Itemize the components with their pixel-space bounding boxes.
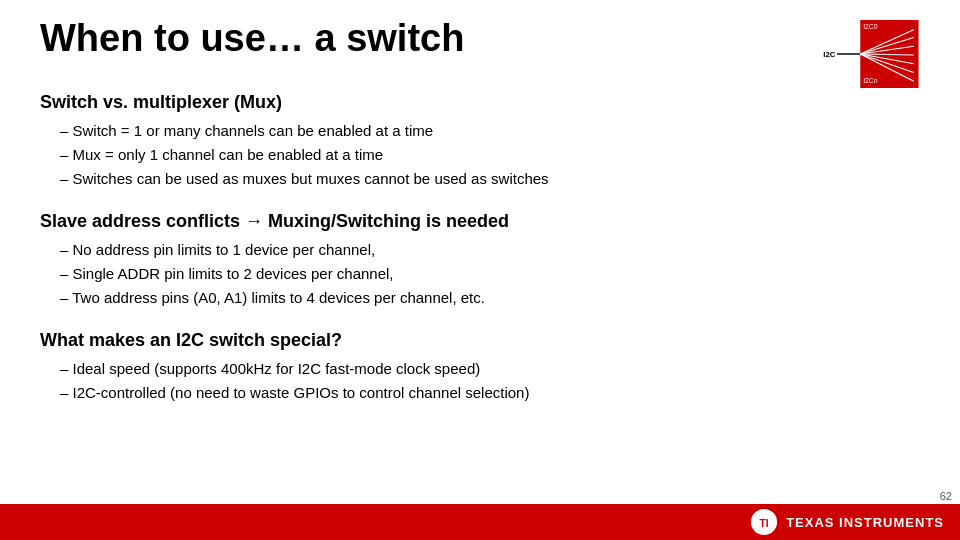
i2c-diagram: I2C I2C0 I2Cn <box>820 20 920 88</box>
svg-text:I2Cn: I2Cn <box>863 77 878 84</box>
bullet-item: Switch = 1 or many channels can be enabl… <box>60 119 920 143</box>
bullet-list-2: No address pin limits to 1 device per ch… <box>60 238 920 310</box>
section-what-makes-special: What makes an I2C switch special? Ideal … <box>40 330 920 405</box>
bullet-item: No address pin limits to 1 device per ch… <box>60 238 920 262</box>
bullet-item: Two address pins (A0, A1) limits to 4 de… <box>60 286 920 310</box>
footer-company-name: TEXAS INSTRUMENTS <box>786 515 944 530</box>
bullet-item: Single ADDR pin limits to 2 devices per … <box>60 262 920 286</box>
bullet-item: Ideal speed (supports 400kHz for I2C fas… <box>60 357 920 381</box>
section-switch-vs-mux: Switch vs. multiplexer (Mux) Switch = 1 … <box>40 92 920 191</box>
svg-text:TI: TI <box>760 518 769 529</box>
bullet-list-1: Switch = 1 or many channels can be enabl… <box>60 119 920 191</box>
ti-logo-icon: TI <box>750 508 778 536</box>
page-number: 62 <box>940 490 952 502</box>
section-heading-3: What makes an I2C switch special? <box>40 330 920 351</box>
main-content: When to use… a switch I2C I2C0 I2Cn Swit… <box>0 0 960 435</box>
footer: TI TEXAS INSTRUMENTS <box>0 504 960 540</box>
bullet-item: Mux = only 1 channel can be enabled at a… <box>60 143 920 167</box>
section-heading-2: Slave address conflicts → Muxing/Switchi… <box>40 211 920 232</box>
page-title: When to use… a switch <box>40 18 464 60</box>
footer-logo: TI TEXAS INSTRUMENTS <box>750 508 944 536</box>
section-slave-address: Slave address conflicts → Muxing/Switchi… <box>40 211 920 310</box>
svg-text:I2C0: I2C0 <box>863 23 878 30</box>
bullet-list-3: Ideal speed (supports 400kHz for I2C fas… <box>60 357 920 405</box>
section-heading-1: Switch vs. multiplexer (Mux) <box>40 92 920 113</box>
svg-text:I2C: I2C <box>823 50 835 59</box>
bullet-item: Switches can be used as muxes but muxes … <box>60 167 920 191</box>
bullet-item: I2C-controlled (no need to waste GPIOs t… <box>60 381 920 405</box>
title-row: When to use… a switch I2C I2C0 I2Cn <box>40 18 920 88</box>
